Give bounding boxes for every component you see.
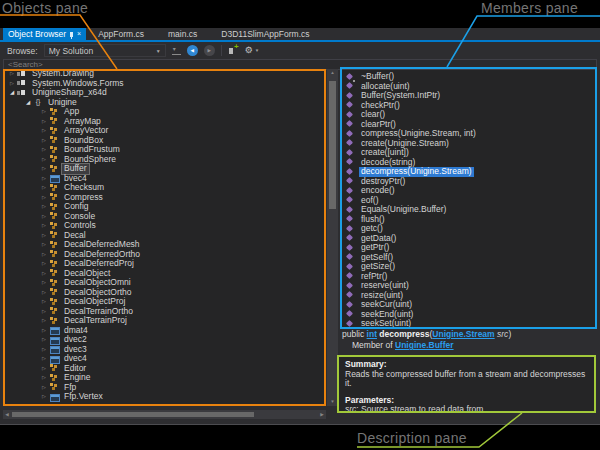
expand-expander-icon[interactable]: ▷ <box>39 373 49 383</box>
expand-expander-icon[interactable]: ▷ <box>39 231 49 241</box>
tree-item[interactable]: ▷DecalObjectOrtho <box>3 288 326 298</box>
tree-item[interactable]: ▷BoundSphere <box>3 155 326 165</box>
tree-item[interactable]: ▷DecalTerrainProj <box>3 316 326 326</box>
expand-expander-icon[interactable]: ▷ <box>39 221 49 231</box>
expand-expander-icon[interactable]: ▷ <box>39 212 49 222</box>
tree-item[interactable]: ▷Checksum <box>3 183 326 193</box>
close-icon[interactable]: × <box>77 30 81 38</box>
expand-expander-icon[interactable]: ▷ <box>39 364 49 374</box>
tree-item[interactable]: ▷DecalDeferredMesh <box>3 240 326 250</box>
expand-expander-icon[interactable]: ▷ <box>39 288 49 298</box>
collapse-expander-icon[interactable]: ◢ <box>23 98 33 108</box>
scrollbar-thumb[interactable] <box>12 412 254 417</box>
tree-item[interactable]: ▷Editor <box>3 364 326 374</box>
scroll-up-icon[interactable]: ▲ <box>327 70 338 76</box>
expand-expander-icon[interactable]: ▷ <box>39 183 49 193</box>
tab-main-cs[interactable]: main.cs <box>156 28 209 40</box>
expand-expander-icon[interactable]: ▷ <box>39 174 49 184</box>
expand-expander-icon[interactable]: ▷ <box>39 345 49 355</box>
expand-expander-icon[interactable]: ▷ <box>39 307 49 317</box>
tree-item[interactable]: ▷App <box>3 107 326 117</box>
tree-item[interactable]: ▷Ffp <box>3 383 326 393</box>
collapse-expander-icon[interactable]: ◢ <box>7 88 17 98</box>
expand-expander-icon[interactable]: ▷ <box>39 326 49 336</box>
expand-expander-icon[interactable]: ▷ <box>39 202 49 212</box>
method-icon <box>346 215 355 223</box>
expand-expander-icon[interactable]: ▷ <box>39 136 49 146</box>
tree-item[interactable]: ▷Console <box>3 212 326 222</box>
objects-horizontal-scrollbar[interactable]: ◀ ▶ <box>3 410 326 419</box>
expand-expander-icon[interactable]: ▷ <box>39 117 49 127</box>
method-icon <box>346 92 355 100</box>
expand-expander-icon[interactable]: ▷ <box>39 145 49 155</box>
settings-gear-button[interactable]: ⚙ ▼ <box>245 45 260 56</box>
expand-expander-icon[interactable]: ▷ <box>39 335 49 345</box>
method-icon <box>346 301 355 309</box>
scroll-down-icon[interactable]: ▼ <box>327 399 338 405</box>
tree-item[interactable]: ▷Engine <box>3 373 326 383</box>
expand-expander-icon[interactable]: ▷ <box>7 69 17 79</box>
member-of-link[interactable]: Unigine.Buffer <box>395 340 454 350</box>
pin-icon[interactable] <box>70 32 73 37</box>
expand-expander-icon[interactable]: ▷ <box>39 278 49 288</box>
add-to-references-icon[interactable] <box>228 45 239 56</box>
tab-appform-cs[interactable]: AppForm.cs <box>86 28 156 40</box>
tab-object-browser[interactable]: Object Browser× <box>3 28 86 40</box>
tree-item[interactable]: ▷Decal <box>3 231 326 241</box>
scroll-left-icon[interactable]: ◀ <box>3 410 11 419</box>
member-of-line: Member of Unigine.Buffer <box>342 340 595 351</box>
tree-item[interactable]: ▷Buffer <box>3 164 326 174</box>
tree-item[interactable]: ▷dvec2 <box>3 335 326 345</box>
expand-expander-icon[interactable]: ▷ <box>39 383 49 393</box>
tree-item[interactable]: ◢{}Unigine <box>3 98 326 108</box>
tree-item[interactable]: ▷DecalObjectProj <box>3 297 326 307</box>
tree-item[interactable]: ▷Ffp.Vertex <box>3 392 326 402</box>
signature-keyword: public <box>342 329 364 339</box>
browse-scope-combobox[interactable]: My Solution ▼ <box>44 44 166 57</box>
tree-item[interactable]: ▷BoundBox <box>3 136 326 146</box>
objects-vertical-scrollbar[interactable]: ▲ ▼ <box>327 69 338 406</box>
expand-expander-icon[interactable]: ▷ <box>39 126 49 136</box>
edit-component-set-icon[interactable] <box>172 46 181 55</box>
expand-expander-icon[interactable]: ▷ <box>39 240 49 250</box>
expand-expander-icon[interactable]: ▷ <box>7 79 17 89</box>
tree-item[interactable]: ▷Config <box>3 202 326 212</box>
expand-expander-icon[interactable]: ▷ <box>39 259 49 269</box>
tree-item[interactable]: ▷ArrayVector <box>3 126 326 136</box>
tree-item[interactable]: ▷dvec3 <box>3 345 326 355</box>
method-icon <box>346 320 355 327</box>
expand-expander-icon[interactable]: ▷ <box>39 392 49 402</box>
expand-expander-icon[interactable]: ▷ <box>39 164 49 174</box>
tree-item[interactable]: ▷ArrayMap <box>3 117 326 127</box>
tree-item[interactable]: ▷DecalDeferredOrtho <box>3 250 326 260</box>
tree-item[interactable]: ▷DecalTerrainOrtho <box>3 307 326 317</box>
scrollbar-thumb[interactable] <box>329 81 336 209</box>
expand-expander-icon[interactable]: ▷ <box>39 155 49 165</box>
back-button[interactable]: ◀ <box>187 45 198 56</box>
forward-button[interactable]: ▶ <box>204 45 215 56</box>
return-type-link[interactable]: int <box>367 329 377 339</box>
expand-expander-icon[interactable]: ▷ <box>39 269 49 279</box>
tree-item[interactable]: ▷DecalDeferredProj <box>3 259 326 269</box>
expand-expander-icon[interactable]: ▷ <box>39 107 49 117</box>
member-item[interactable]: encode() <box>342 186 595 196</box>
expand-expander-icon[interactable]: ▷ <box>39 316 49 326</box>
tab-d3d11slimappform-cs[interactable]: D3D11SlimAppForm.cs <box>209 28 321 40</box>
tree-item[interactable]: ▷Compress <box>3 193 326 203</box>
param-type-link[interactable]: Unigine.Stream <box>432 329 494 339</box>
class-icon <box>49 250 59 258</box>
scroll-right-icon[interactable]: ▶ <box>318 410 326 419</box>
expand-expander-icon[interactable]: ▷ <box>39 297 49 307</box>
tree-item[interactable]: ▷DecalObjectOmni <box>3 278 326 288</box>
tree-item[interactable]: ▷BoundFrustum <box>3 145 326 155</box>
tree-item[interactable]: ▷bvec4 <box>3 174 326 184</box>
tree-item[interactable]: ▷dmat4 <box>3 326 326 336</box>
expand-expander-icon[interactable]: ▷ <box>39 193 49 203</box>
tree-item[interactable]: ▷DecalObject <box>3 269 326 279</box>
class-icon <box>49 241 59 249</box>
member-item[interactable]: seekSet(uint) <box>342 319 595 327</box>
tree-item[interactable]: ▷Controls <box>3 221 326 231</box>
expand-expander-icon[interactable]: ▷ <box>39 354 49 364</box>
expand-expander-icon[interactable]: ▷ <box>39 250 49 260</box>
tree-item[interactable]: ▷dvec4 <box>3 354 326 364</box>
